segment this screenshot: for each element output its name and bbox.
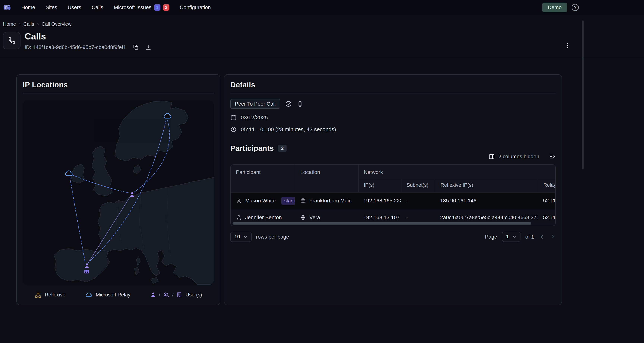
- col-header-relay: Relay: [538, 179, 556, 192]
- participants-title: Participants: [230, 144, 274, 152]
- legend-reflexive: Reflexive: [35, 292, 66, 298]
- cell-subnet: -: [401, 192, 435, 209]
- pagination: 10 rows per page Page 1 of 1: [230, 232, 556, 242]
- legend-microsoft-relay: Microsoft Relay: [85, 291, 130, 298]
- participants-header: Participants 2: [230, 144, 556, 152]
- table-row[interactable]: Mason White starter: [231, 192, 556, 209]
- cell-relay-ip: 52.11: [538, 209, 556, 226]
- call-id: ID: 148f1ca3-9d8b-45d6-95b7-cba0d8f9fef1: [24, 44, 126, 50]
- vertical-scrollbar[interactable]: [582, 20, 584, 169]
- page-header: Calls ID: 148f1ca3-9d8b-45d6-95b7-cba0d8…: [0, 32, 644, 50]
- top-nav: Home Sites Users Calls Microsoft Issues …: [0, 0, 644, 15]
- details-card: Details Peer To Peer Call 03/12/2025: [224, 74, 562, 305]
- demo-button[interactable]: Demo: [542, 2, 567, 12]
- cell-reflexive-ip: 185.90.161.146: [435, 192, 538, 209]
- call-page-icon-box: [3, 32, 20, 49]
- details-title: Details: [230, 81, 556, 89]
- ip-locations-title: IP Locations: [23, 81, 214, 89]
- kebab-menu-icon[interactable]: [564, 42, 571, 49]
- card-divider: [23, 93, 214, 93]
- table-columns-icon[interactable]: [488, 153, 495, 160]
- card-divider: [230, 93, 556, 93]
- globe-icon: [300, 215, 306, 221]
- call-id-row: ID: 148f1ca3-9d8b-45d6-95b7-cba0d8f9fef1: [24, 44, 152, 50]
- clock-icon: [230, 126, 237, 133]
- call-time: 05:44 – 01:00 (23 minutes, 43 seconds): [241, 126, 336, 133]
- col-header-participant: Participant: [231, 165, 295, 192]
- map-legend: Reflexive Microsoft Relay: [23, 291, 214, 298]
- participants-table: Participant Location Network IP(s) Subne…: [230, 164, 556, 226]
- person-icon: [236, 198, 242, 204]
- col-header-network: Network: [358, 165, 556, 179]
- europe-map: [23, 101, 214, 285]
- nav-item-home[interactable]: Home: [16, 0, 40, 15]
- breadcrumb-separator: ›: [19, 21, 20, 27]
- col-header-location: Location: [295, 165, 358, 192]
- columns-hidden-row: 2 columns hidden: [230, 153, 556, 160]
- col-header-ips: IP(s): [358, 179, 401, 192]
- cell-ip: 192.168.165.222: [358, 192, 401, 209]
- call-time-row: 05:44 – 01:00 (23 minutes, 43 seconds): [230, 126, 556, 133]
- download-icon[interactable]: [145, 44, 152, 50]
- cloud-icon: [85, 291, 92, 298]
- device-icon[interactable]: [297, 101, 303, 107]
- help-icon[interactable]: ?: [572, 4, 579, 11]
- participant-name: Mason White: [245, 198, 276, 204]
- users-group-icon: [163, 292, 170, 298]
- person-icon: [236, 215, 242, 221]
- cell-participant: Mason White starter: [231, 192, 295, 209]
- rows-per-page-label: rows per page: [256, 234, 289, 240]
- hide-columns-icon[interactable]: [549, 153, 556, 160]
- participant-name: Jennifer Benton: [245, 215, 282, 221]
- breadcrumb-separator: ›: [37, 21, 38, 27]
- reflexive-network-icon: [35, 292, 41, 298]
- chevron-down-icon: [243, 235, 248, 239]
- chevron-left-icon[interactable]: [539, 234, 545, 240]
- check-circle-icon[interactable]: [285, 100, 292, 107]
- building-icon: [176, 292, 182, 298]
- call-type-row: Peer To Peer Call: [230, 99, 556, 109]
- relay-cloud-marker[interactable]: [66, 171, 72, 176]
- nav-item-sites[interactable]: Sites: [40, 0, 62, 15]
- issues-count-badge-blue: 1: [154, 4, 160, 10]
- rows-per-page-select[interactable]: 10: [230, 232, 252, 242]
- user-marker[interactable]: [130, 192, 134, 197]
- cell-location: Frankfurt am Main: [295, 192, 358, 209]
- cell-relay-ip: 52.11: [538, 192, 556, 209]
- breadcrumb-calls[interactable]: Calls: [23, 21, 34, 27]
- copy-icon[interactable]: [132, 44, 139, 50]
- main-content: IP Locations: [0, 57, 644, 326]
- breadcrumb: Home › Calls › Call Overview: [0, 21, 644, 27]
- globe-icon: [300, 198, 306, 204]
- ip-locations-card: IP Locations: [16, 74, 220, 305]
- col-header-reflexive-ips: Reflexive IP(s): [435, 179, 538, 192]
- issues-count-badge-red: 2: [163, 4, 170, 10]
- phone-icon: [8, 37, 16, 44]
- page-select[interactable]: 1: [502, 232, 520, 242]
- user-icon: [150, 292, 156, 298]
- page-label: Page: [485, 234, 497, 240]
- starter-badge: starter: [281, 197, 295, 205]
- nav-item-users[interactable]: Users: [62, 0, 86, 15]
- teams-logo-icon[interactable]: [3, 3, 11, 11]
- header-text: Calls ID: 148f1ca3-9d8b-45d6-95b7-cba0d8…: [24, 32, 152, 50]
- calendar-icon: [230, 114, 237, 121]
- columns-hidden-label: 2 columns hidden: [498, 154, 539, 160]
- nav-item-configuration[interactable]: Configuration: [174, 0, 216, 15]
- map-landmass: [54, 101, 214, 285]
- chevron-right-icon[interactable]: [550, 234, 556, 240]
- call-date: 03/12/2025: [241, 114, 268, 121]
- page-title: Calls: [24, 32, 152, 41]
- call-type-chip: Peer To Peer Call: [230, 99, 280, 109]
- nav-item-microsoft-issues[interactable]: Microsoft Issues 1 2: [108, 0, 174, 15]
- col-header-subnets: Subnet(s): [401, 179, 435, 192]
- breadcrumb-home[interactable]: Home: [3, 21, 16, 27]
- breadcrumb-call-overview[interactable]: Call Overview: [42, 21, 71, 27]
- page-of-label: of 1: [525, 234, 534, 240]
- horizontal-scrollbar[interactable]: [232, 222, 531, 225]
- call-date-row: 03/12/2025: [230, 114, 556, 121]
- participants-count-badge: 2: [278, 145, 286, 152]
- legend-users: / /: [150, 292, 202, 298]
- nav-item-calls[interactable]: Calls: [86, 0, 108, 15]
- chevron-down-icon: [512, 235, 516, 239]
